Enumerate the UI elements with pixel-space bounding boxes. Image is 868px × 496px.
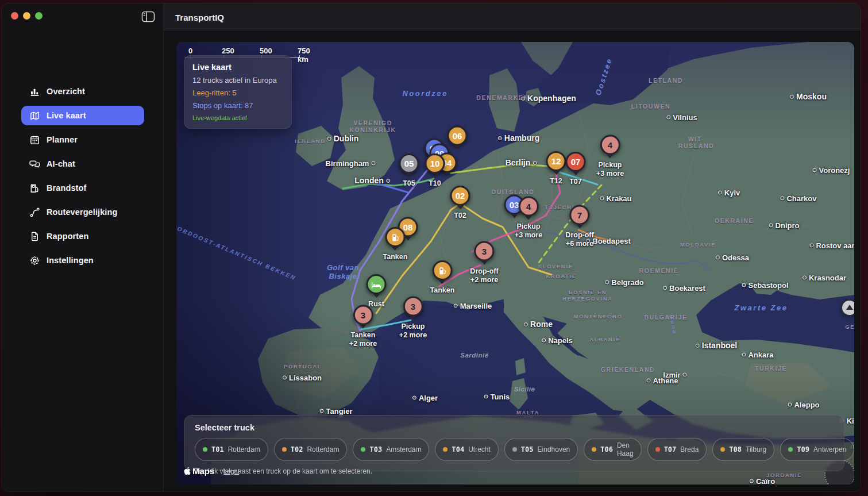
truck-panel-tip: Tip: klik vlak naast een truck op de kaa… (195, 467, 834, 475)
truck-city: Utrecht (468, 445, 491, 453)
sidebar-item-overzicht[interactable]: Overzicht (21, 82, 144, 101)
marker-pin: 3 (353, 305, 373, 325)
sidebar-item-label: Planner (47, 135, 78, 144)
sidebar-nav: OverzichtLive kaartPlannerAI-chatBrandst… (21, 82, 144, 270)
marker-caption: T10 (425, 179, 445, 188)
legal-link[interactable]: Legal (223, 468, 239, 475)
rest-marker[interactable]: Rust (367, 274, 387, 309)
marker-pin: 3 (474, 241, 494, 262)
document-icon (29, 231, 40, 242)
map-peaks-button[interactable] (841, 299, 854, 316)
marker-pin: 12 (546, 151, 566, 171)
stop-marker[interactable]: 3Drop-off+2 more (470, 241, 498, 284)
truck-chip-t01[interactable]: T01Rotterdam (195, 438, 268, 461)
marker-pin: 05 (399, 153, 419, 174)
gear-icon (29, 255, 40, 266)
sidebar-item-rapporten[interactable]: Rapporten (21, 226, 144, 246)
main-area: TransportIQ (164, 3, 861, 491)
sidebar-item-label: AI-chat (47, 159, 75, 168)
marker-caption: T12 (546, 177, 566, 186)
truck-code: T04 (452, 445, 464, 453)
truck-chip-t03[interactable]: T03Amsterdam (353, 438, 429, 461)
marker-caption: T07 (566, 178, 586, 186)
sidebar-toggle-icon[interactable] (141, 11, 155, 22)
marker-caption: Tanken+2 more (349, 331, 377, 348)
close-window-button[interactable] (11, 12, 18, 20)
fuel-marker[interactable]: Tanken (383, 227, 408, 262)
apple-maps-logo: Maps (184, 466, 214, 476)
truck-code: T01 (211, 445, 224, 453)
stop-marker[interactable]: 4Pickup+3 more (515, 197, 542, 240)
chart-bars-icon (29, 86, 40, 97)
truck-chip-t09[interactable]: T09Antwerpen (780, 438, 854, 461)
truck-marker-02[interactable]: 02T02 (450, 186, 470, 220)
window-controls (11, 12, 43, 20)
marker-pin: 07 (566, 152, 586, 172)
truck-marker-05[interactable]: 05T05 (399, 153, 419, 188)
marker-caption: Pickup+2 more (399, 322, 427, 340)
map-icon (29, 110, 40, 121)
stop-marker[interactable]: 3Tanken+2 more (349, 305, 377, 348)
truck-chip-t05[interactable]: T05Eindhoven (504, 438, 578, 461)
truck-code: T02 (291, 445, 303, 453)
marker-pin (385, 227, 406, 247)
up-arrow-icon (846, 305, 853, 310)
sidebar-item-planner[interactable]: Planner (21, 130, 144, 149)
truck-chip-t04[interactable]: T04Utrecht (435, 438, 498, 461)
info-card-live-status: Live-wegdata actief (192, 114, 283, 121)
truck-marker-06[interactable]: 06 (447, 126, 468, 146)
sidebar-item-routevergelijking[interactable]: Routevergelijking (21, 202, 144, 222)
marker-pin: 4 (600, 135, 620, 155)
stop-marker[interactable]: 4Pickup+3 more (596, 135, 624, 178)
minimize-window-button[interactable] (23, 12, 30, 20)
truck-marker-12[interactable]: 12T12 (546, 151, 566, 186)
truck-city: Den Haag (617, 441, 634, 457)
truck-chip-t07[interactable]: T07Breda (647, 438, 707, 461)
marker-caption: Tanken (430, 286, 455, 295)
marker-pin: 10 (425, 153, 445, 174)
marker-caption: Pickup+3 more (515, 222, 542, 240)
titlebar: TransportIQ (164, 3, 861, 32)
stop-marker[interactable]: 7Drop-off+6 more (565, 205, 593, 248)
truck-status-dot (788, 447, 793, 452)
truck-code: T08 (729, 445, 742, 453)
europe-map[interactable]: VERENIGD KONINKRIJKIERLANDDENEMARKENDUIT… (176, 42, 854, 485)
stop-marker[interactable]: 3Pickup+2 more (399, 297, 427, 340)
sidebar-item-label: Brandstof (47, 183, 86, 193)
sidebar-item-instellingen[interactable]: Instellingen (21, 251, 144, 270)
app-window: OverzichtLive kaartPlannerAI-chatBrandst… (2, 3, 861, 491)
fuel-pump-icon (391, 233, 400, 241)
calendar-icon (29, 134, 40, 145)
marker-pin (433, 260, 453, 280)
marker-pin: 4 (518, 197, 538, 217)
info-card-empty-runs: Leeg-ritten: 5 (192, 89, 283, 97)
truck-status-dot (361, 447, 365, 452)
truck-city: Antwerpen (813, 445, 846, 453)
sidebar-item-ai-chat[interactable]: AI-chat (21, 154, 144, 174)
chat-bubbles-icon (29, 159, 40, 170)
truck-code: T03 (369, 445, 382, 453)
bed-icon (372, 280, 381, 288)
truck-city: Breda (680, 445, 699, 453)
marker-caption: Pickup+3 more (596, 161, 624, 178)
truck-marker-10[interactable]: 10T10 (425, 153, 445, 188)
sidebar-item-label: Routevergelijking (47, 207, 117, 217)
truck-marker-07[interactable]: 07T07 (566, 152, 586, 186)
sidebar-item-live-kaart[interactable]: Live kaart (21, 106, 144, 125)
fuel-marker[interactable]: Tanken (430, 260, 455, 295)
marker-caption: Tanken (383, 253, 408, 262)
truck-status-dot (655, 447, 660, 452)
truck-chip-t06[interactable]: T06Den Haag (584, 438, 641, 461)
info-card-stops: Stops op kaart: 87 (192, 101, 283, 110)
truck-status-dot (443, 447, 447, 452)
truck-chip-t08[interactable]: T08Tilburg (712, 438, 774, 461)
info-card-subtitle: 12 trucks actief in Europa (192, 76, 283, 84)
sidebar-item-label: Overzicht (47, 87, 85, 96)
marker-caption: Drop-off+6 more (565, 231, 593, 248)
route-icon (29, 207, 40, 218)
truck-chip-t02[interactable]: T02Rotterdam (274, 438, 348, 461)
marker-pin: 7 (569, 205, 589, 225)
truck-status-dot (512, 447, 517, 452)
zoom-window-button[interactable] (35, 12, 43, 20)
sidebar-item-brandstof[interactable]: Brandstof (21, 178, 144, 198)
